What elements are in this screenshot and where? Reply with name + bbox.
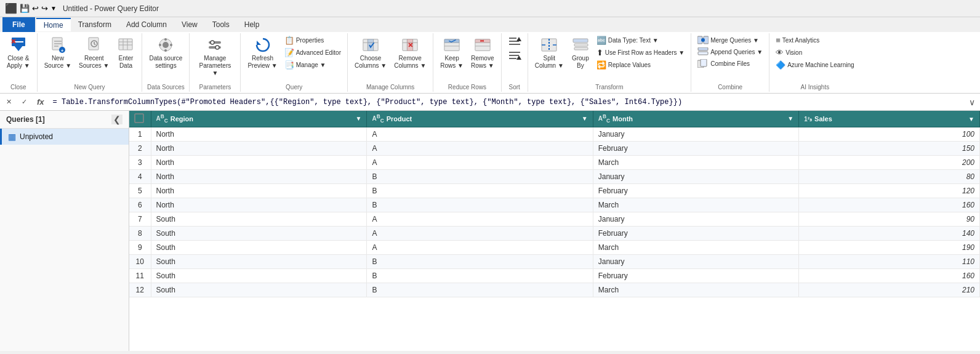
- dropdown-icon[interactable]: ▼: [50, 5, 57, 12]
- redo-icon[interactable]: ↪: [41, 4, 48, 13]
- use-first-row-button[interactable]: ⬆ Use First Row as Headers ▼: [594, 47, 687, 58]
- collapse-panel-button[interactable]: ❮: [111, 115, 122, 124]
- choose-columns-button[interactable]: ChooseColumns ▼: [351, 34, 390, 71]
- menu-tab-transform[interactable]: Transform: [71, 18, 119, 31]
- sort-ascending-button[interactable]: [505, 34, 524, 48]
- close-apply-button[interactable]: Close &Apply ▼: [4, 34, 33, 71]
- row-num-cell: 10: [129, 255, 151, 269]
- transform-small-buttons: 🔤 Data Type: Text ▼ ⬆ Use First Row as H…: [594, 34, 687, 71]
- vision-button[interactable]: 👁 Vision: [773, 47, 856, 58]
- region-cell: South: [151, 255, 367, 269]
- col-header-product[interactable]: ABC Product ▼: [367, 111, 593, 127]
- save-icon[interactable]: 💾: [20, 4, 30, 13]
- table-row[interactable]: 6 North B March 160: [129, 198, 980, 212]
- keep-rows-button[interactable]: KeepRows ▼: [437, 34, 467, 71]
- sales-filter-icon[interactable]: ▼: [968, 116, 974, 123]
- refresh-preview-button[interactable]: RefreshPreview ▼: [244, 34, 280, 71]
- ribbon-group-reduce-rows: KeepRows ▼ RemoveRows ▼ Reduce Rows: [433, 33, 501, 92]
- col-header-region[interactable]: ABC Region ▼: [151, 111, 367, 127]
- formula-cancel-button[interactable]: ✕: [2, 97, 15, 107]
- remove-rows-button[interactable]: RemoveRows ▼: [468, 34, 497, 71]
- sort-descending-button[interactable]: [505, 49, 524, 62]
- data-source-settings-button[interactable]: Data sourcesettings: [146, 34, 185, 71]
- new-source-button[interactable]: + NewSource ▼: [41, 34, 74, 71]
- text-analytics-label: Text Analytics: [782, 37, 820, 44]
- undo-icon[interactable]: ↩: [32, 4, 39, 13]
- data-grid-area[interactable]: ABC Region ▼ ABC Product ▼: [129, 111, 980, 351]
- table-row[interactable]: 5 North B February 120: [129, 184, 980, 198]
- advanced-editor-button[interactable]: 📝 Advanced Editor: [282, 47, 343, 58]
- menu-tab-view[interactable]: View: [174, 18, 205, 31]
- col-header-sales[interactable]: 1²₃ Sales ▼: [799, 111, 980, 127]
- formula-input[interactable]: = Table.TransformColumnTypes(#"Promoted …: [50, 97, 964, 108]
- data-sources-group-label: Data Sources: [147, 82, 185, 91]
- table-row[interactable]: 4 North B January 80: [129, 170, 980, 184]
- use-first-row-icon: ⬆: [596, 48, 603, 57]
- svg-marker-30: [257, 41, 261, 45]
- refresh-preview-icon: [254, 36, 271, 54]
- enter-data-button[interactable]: EnterData: [113, 34, 138, 71]
- text-analytics-icon: ≡: [776, 36, 781, 45]
- table-row[interactable]: 2 North A February 150: [129, 142, 980, 156]
- svg-rect-15: [119, 39, 132, 50]
- table-row[interactable]: 7 South A January 90: [129, 212, 980, 227]
- product-cell: B: [367, 283, 593, 297]
- svg-point-24: [159, 44, 161, 46]
- region-cell: North: [151, 142, 367, 156]
- recent-sources-button[interactable]: RecentSources ▼: [76, 34, 112, 71]
- data-type-button[interactable]: 🔤 Data Type: Text ▼: [594, 34, 687, 46]
- ribbon-group-data-sources: Data sourcesettings Data Sources: [142, 33, 190, 92]
- text-analytics-button[interactable]: ≡ Text Analytics: [773, 34, 856, 46]
- month-filter-icon[interactable]: ▼: [787, 115, 793, 122]
- recent-sources-label: RecentSources ▼: [79, 55, 109, 70]
- merge-queries-label: Merge Queries ▼: [710, 37, 759, 44]
- region-filter-icon[interactable]: ▼: [356, 115, 362, 122]
- menu-tab-home[interactable]: Home: [36, 18, 71, 31]
- azure-ml-button[interactable]: 🔷 Azure Machine Learning: [773, 59, 856, 71]
- query-item-unpivoted[interactable]: ▦ Unpivoted: [0, 129, 129, 145]
- month-cell: January: [593, 212, 798, 227]
- replace-values-button[interactable]: 🔁 Replace Values: [594, 59, 687, 71]
- enter-data-label: EnterData: [119, 55, 134, 70]
- table-row[interactable]: 1 North A January 100: [129, 127, 980, 142]
- col-header-month[interactable]: ABC Month ▼: [593, 111, 798, 127]
- manage-parameters-button[interactable]: ManageParameters ▼: [193, 34, 236, 79]
- sales-cell: 160: [799, 269, 980, 283]
- reduce-rows-group-label: Reduce Rows: [448, 82, 486, 91]
- refresh-preview-label: RefreshPreview ▼: [247, 55, 277, 70]
- combine-files-button[interactable]: Combine Files: [695, 58, 765, 69]
- properties-button[interactable]: 📋 Properties: [282, 34, 343, 46]
- group-by-button[interactable]: GroupBy: [568, 34, 593, 71]
- product-filter-icon[interactable]: ▼: [582, 115, 588, 122]
- keep-rows-label: KeepRows ▼: [440, 55, 464, 70]
- split-column-button[interactable]: SplitColumn ▼: [532, 34, 567, 71]
- menu-tab-help[interactable]: Help: [237, 18, 267, 31]
- table-row[interactable]: 8 South A February 140: [129, 227, 980, 241]
- formula-confirm-button[interactable]: ✓: [18, 97, 31, 107]
- combine-files-label: Combine Files: [710, 60, 750, 67]
- close-apply-label: Close &Apply ▼: [7, 55, 30, 70]
- menu-tab-tools[interactable]: Tools: [205, 18, 237, 31]
- sales-cell: 80: [799, 170, 980, 184]
- month-type-label: ABC: [598, 113, 610, 124]
- region-cell: South: [151, 269, 367, 283]
- manage-columns-group-label: Manage Columns: [366, 82, 414, 91]
- menu-tab-file[interactable]: File: [2, 17, 35, 32]
- table-row[interactable]: 3 North A March 200: [129, 156, 980, 170]
- remove-columns-button[interactable]: RemoveColumns ▼: [391, 34, 429, 71]
- recent-sources-icon: [86, 36, 103, 54]
- manage-button[interactable]: 📑 Manage ▼: [282, 59, 343, 71]
- table-row[interactable]: 12 South B March 210: [129, 283, 980, 297]
- transform-group-label: Transform: [595, 82, 623, 91]
- month-col-label: Month: [612, 115, 633, 123]
- choose-columns-label: ChooseColumns ▼: [355, 55, 387, 70]
- append-queries-button[interactable]: Append Queries ▼: [695, 46, 765, 57]
- merge-queries-button[interactable]: Merge Queries ▼: [695, 34, 765, 46]
- table-row[interactable]: 9 South A March 190: [129, 241, 980, 255]
- formula-expand-button[interactable]: ∨: [966, 96, 978, 108]
- table-row[interactable]: 11 South B February 160: [129, 269, 980, 283]
- menu-tab-add-column[interactable]: Add Column: [119, 18, 174, 31]
- table-row[interactable]: 10 South B January 110: [129, 255, 980, 269]
- close-group-label: Close: [10, 82, 26, 91]
- svg-marker-60: [516, 55, 521, 60]
